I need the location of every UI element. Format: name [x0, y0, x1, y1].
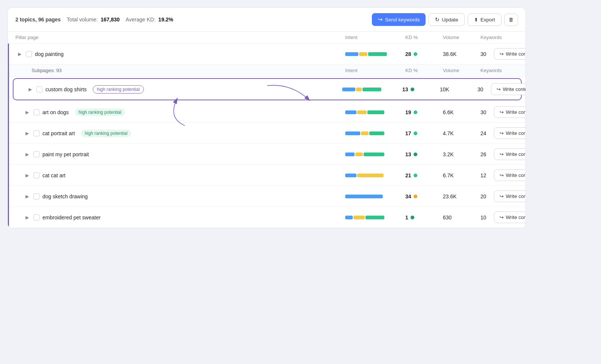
pillar-label: ▶ dog painting	[17, 51, 345, 57]
sub-write-content-button[interactable]: ↪ Write content	[494, 106, 526, 118]
intent-seg-blue	[345, 52, 358, 56]
sub-row: ▶embroidered pet sweater163010↪ Write co…	[9, 207, 525, 228]
intent-segment	[345, 110, 356, 114]
intent-segment	[369, 131, 384, 135]
sub-checkbox[interactable]	[33, 109, 39, 115]
sub-volume: 6.6K	[443, 109, 480, 115]
sub-rows-container: ▶custom dog shirtshigh ranking potential…	[9, 78, 525, 228]
intent-segment	[361, 131, 368, 135]
pillar-keywords: 30	[480, 51, 486, 57]
sub-page-name: paint my pet portrait	[42, 151, 89, 157]
sub-row-label: ▶cat portrait arthigh ranking potential	[24, 130, 345, 137]
pillar-checkbox[interactable]	[26, 51, 32, 57]
sub-checkbox[interactable]	[33, 172, 39, 178]
sub-page-name: cat cat art	[42, 172, 65, 178]
sub-keywords-cell: 10↪ Write content	[480, 211, 518, 223]
sub-kd-dot	[414, 174, 417, 177]
intent-segment	[345, 195, 383, 198]
intent-segment	[342, 88, 355, 91]
sub-intent-bar	[345, 131, 394, 135]
sub-intent-bar	[342, 88, 391, 91]
send-icon: ↪	[378, 16, 383, 23]
sub-write-content-button[interactable]: ↪ Write content	[494, 148, 526, 160]
pillar-chevron[interactable]: ▶	[17, 51, 23, 57]
sub-volume: 6.7K	[443, 172, 480, 178]
sub-checkbox[interactable]	[33, 193, 39, 199]
sub-kd-cell: 34	[405, 193, 443, 199]
sub-kd-cell: 17	[405, 130, 443, 136]
sub-write-content-button[interactable]: ↪ Write content	[491, 83, 526, 95]
subpages-count: Subpages: 93	[32, 68, 345, 73]
sub-volume-header: Volume	[443, 68, 480, 73]
sub-row-label: ▶paint my pet portrait	[24, 151, 345, 158]
export-button[interactable]: ⬆ Export	[468, 14, 501, 26]
sub-page-name: art on dogs	[42, 109, 69, 115]
sub-write-content-button[interactable]: ↪ Write content	[494, 211, 526, 223]
sub-kd-cell: 19	[405, 109, 443, 115]
sub-volume: 10K	[440, 86, 477, 92]
total-volume-value: 167,830	[101, 17, 120, 23]
sub-keywords-cell: 12↪ Write content	[480, 169, 518, 181]
sub-chevron[interactable]: ▶	[24, 172, 30, 179]
sub-kd-dot	[411, 216, 414, 219]
pillar-page-header: Pillar page	[15, 35, 345, 40]
sub-volume: 23.6K	[443, 193, 480, 199]
pillar-kd: 28	[405, 51, 443, 57]
sub-page-name: cat portrait art	[42, 130, 75, 136]
sub-volume: 4.7K	[443, 130, 480, 136]
sub-chevron[interactable]: ▶	[24, 214, 30, 221]
sub-keywords: 30	[480, 109, 486, 115]
sub-chevron[interactable]: ▶	[24, 193, 30, 200]
write-icon: ↪	[500, 193, 504, 199]
sub-intent-bar	[345, 153, 394, 156]
write-icon: ↪	[497, 86, 501, 92]
sub-row: ▶cat cat art216.7K12↪ Write content	[9, 165, 525, 186]
topics-count: 2 topics, 96 pages	[15, 17, 61, 23]
sub-checkbox[interactable]	[33, 214, 39, 221]
keywords-header: Keywords	[480, 35, 518, 40]
sub-row: ▶dog sketch drawing3423.6K20↪ Write cont…	[9, 186, 525, 207]
header-bar: 2 topics, 96 pages Total volume: 167,830…	[8, 8, 525, 32]
pillar-write-content-button[interactable]: ↪ Write content	[494, 48, 526, 60]
sub-kd-header: KD %	[405, 68, 443, 73]
sub-write-content-button[interactable]: ↪ Write content	[494, 190, 526, 202]
sub-write-content-button[interactable]: ↪ Write content	[494, 127, 526, 139]
sub-chevron[interactable]: ▶	[24, 130, 30, 137]
sub-intent-bar	[345, 174, 394, 177]
sub-chevron[interactable]: ▶	[24, 151, 30, 158]
sub-volume: 3.2K	[443, 151, 480, 157]
intent-segment	[355, 153, 363, 156]
intent-segment	[357, 110, 367, 114]
sub-kd-cell: 1	[405, 214, 443, 221]
sub-kd-dot	[414, 195, 417, 198]
intent-segment	[345, 131, 360, 135]
sub-checkbox[interactable]	[33, 130, 39, 136]
column-headers: Pillar page Intent KD % Volume Keywords	[8, 32, 525, 44]
update-button[interactable]: ↻ Update	[429, 13, 465, 26]
write-icon: ↪	[500, 151, 504, 157]
sub-keywords: 24	[480, 130, 486, 136]
total-volume-label: Total volume: 167,830	[67, 17, 120, 23]
sub-chevron[interactable]: ▶	[24, 109, 30, 116]
sub-checkbox[interactable]	[36, 86, 42, 92]
sub-chevron[interactable]: ▶	[27, 86, 33, 93]
pillar-section: ▶ dog painting 28 38.6K 30 ↪ Write conte…	[8, 44, 525, 228]
intent-seg-green	[368, 52, 387, 56]
high-ranking-badge: high ranking potential	[81, 130, 131, 137]
sub-kd-cell: 13	[402, 86, 440, 92]
write-icon: ↪	[500, 130, 504, 136]
pillar-volume: 38.6K	[443, 51, 480, 57]
sub-intent-bar	[345, 195, 394, 198]
send-keywords-button[interactable]: ↪ Send keywords	[372, 13, 426, 26]
avg-kd-label: Average KD: 19.2%	[126, 17, 174, 23]
sub-checkbox[interactable]	[33, 151, 39, 157]
sub-write-content-button[interactable]: ↪ Write content	[494, 169, 526, 181]
sub-kd-cell: 21	[405, 172, 443, 178]
sub-row-label: ▶embroidered pet sweater	[24, 214, 345, 221]
write-icon: ↪	[500, 109, 504, 115]
sub-row: ▶art on dogshigh ranking potential196.6K…	[9, 102, 525, 123]
write-icon: ↪	[500, 51, 504, 57]
delete-button[interactable]: 🗑	[504, 14, 518, 26]
sub-keywords: 20	[480, 193, 486, 199]
sub-kd-dot	[411, 88, 414, 91]
